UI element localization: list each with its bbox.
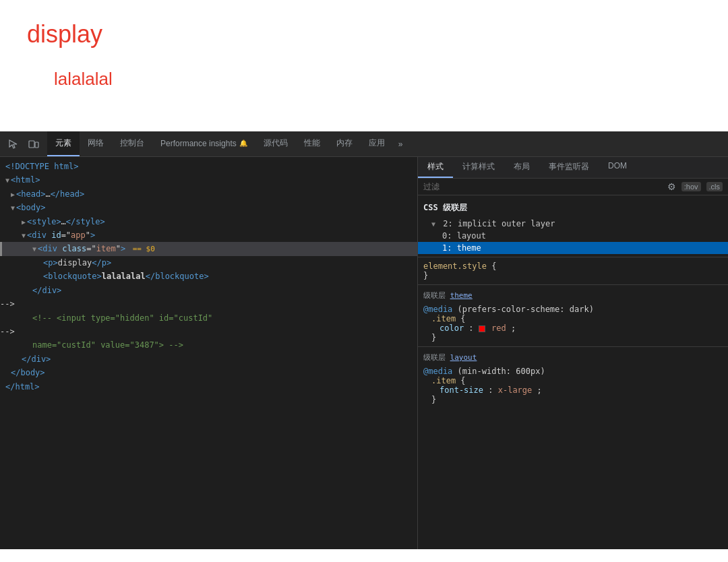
devtools-tabs: 元素 网络 控制台 Performance insights 🔔 源代码 性能 …: [47, 131, 408, 156]
css-rule-media-dark: @media (prefers-color-scheme: dark) .ite…: [418, 303, 728, 344]
styles-tab-styles[interactable]: 样式: [418, 157, 453, 178]
styles-tab-computed[interactable]: 计算样式: [453, 157, 504, 178]
bell-icon: 🔔: [239, 139, 247, 147]
styles-tabs: 样式 计算样式 布局 事件监听器 DOM: [418, 157, 728, 179]
svg-rect-1: [35, 142, 38, 148]
filter-input[interactable]: [423, 182, 663, 191]
devtools-panel: 元素 网络 控制台 Performance insights 🔔 源代码 性能 …: [0, 131, 728, 549]
dom-marker: == $0: [128, 243, 155, 256]
html-line-head[interactable]: ▶ <head>…</head>: [0, 187, 417, 201]
expand-arrow-body[interactable]: ▼: [11, 202, 15, 214]
html-line-p[interactable]: <p>display</p>: [0, 256, 417, 270]
devtools-main: <!DOCTYPE html> ▼ <html> ▶ <head>…</head…: [0, 157, 728, 549]
html-line-blockquote[interactable]: <blockquote>lalalalal</blockquote>: [0, 270, 417, 283]
html-line-html-open[interactable]: ▼ <html>: [0, 173, 417, 187]
tab-network[interactable]: 网络: [80, 131, 112, 156]
expand-arrow-div-item[interactable]: ▼: [32, 243, 36, 255]
tab-sources[interactable]: 源代码: [255, 131, 296, 156]
element-style-open: element.style {: [423, 261, 723, 271]
divider-2: [418, 284, 728, 285]
tab-performance[interactable]: 性能: [296, 131, 328, 156]
elements-panel[interactable]: <!DOCTYPE html> ▼ <html> ▶ <head>…</head…: [0, 157, 418, 549]
cascade-layer-theme-label: 级联层 theme: [418, 288, 728, 303]
html-line-div-app[interactable]: ▼ <div id="app">: [0, 228, 417, 242]
devtools-toolbar: 元素 网络 控制台 Performance insights 🔔 源代码 性能 …: [0, 131, 728, 157]
device-toggle-icon[interactable]: [26, 136, 42, 152]
tab-performance-insights[interactable]: Performance insights 🔔: [152, 131, 255, 156]
html-line-div-item-close[interactable]: </div>: [0, 284, 417, 297]
css-layer-implicit[interactable]: ▼ 2: implicit outer layer: [418, 218, 728, 230]
filter-cls-badge[interactable]: .cls: [706, 182, 723, 191]
layout-link[interactable]: layout: [450, 353, 477, 362]
html-line-body-open[interactable]: ▼ <body>: [0, 201, 417, 214]
css-layer-layout[interactable]: 0: layout: [418, 230, 728, 242]
filter-bar: ⚙ :hov .cls: [418, 179, 728, 195]
css-cascade-header: CSS 级联层: [418, 201, 728, 218]
webpage-preview: display lalalalal: [0, 0, 728, 131]
tab-console[interactable]: 控制台: [112, 131, 152, 156]
styles-tab-dom[interactable]: DOM: [599, 157, 636, 178]
css-rule-media-width: @media (min-width: 600px) .item { font-s…: [418, 365, 728, 406]
webpage-lala-heading: lalalalal: [54, 69, 701, 90]
html-line-div-app-close[interactable]: </div>: [0, 352, 417, 366]
more-tabs-button[interactable]: »: [393, 131, 408, 156]
tab-elements[interactable]: 元素: [47, 131, 80, 156]
styles-panel: 样式 计算样式 布局 事件监听器 DOM ⚙: [418, 157, 728, 549]
html-line-doctype[interactable]: <!DOCTYPE html>: [0, 160, 417, 173]
toolbar-icon-group: [5, 136, 42, 152]
color-swatch-red: [479, 325, 485, 332]
filter-hov-badge[interactable]: :hov: [681, 182, 701, 191]
cascade-layer-layout-label: 级联层 layout: [418, 350, 728, 365]
tab-application[interactable]: 应用: [361, 131, 393, 156]
divider-3: [418, 346, 728, 347]
html-line-comment1[interactable]: <!-- <input type="hidden" id="custId": [0, 311, 417, 325]
webpage-display-heading: display: [27, 20, 701, 49]
html-line-html-close[interactable]: </html>: [0, 380, 417, 394]
css-element-style: element.style { }: [418, 260, 728, 282]
filter-icons: ⚙ :hov .cls: [667, 181, 723, 192]
expand-arrow-head[interactable]: ▶: [11, 189, 15, 200]
html-line-body-close[interactable]: </body>: [0, 366, 417, 379]
expand-arrow-style[interactable]: ▶: [22, 216, 26, 228]
expand-arrow[interactable]: ▼: [5, 175, 9, 186]
styles-tab-event-listeners[interactable]: 事件监听器: [539, 157, 599, 178]
css-layer-theme[interactable]: 1: theme: [418, 242, 728, 254]
svg-rect-0: [29, 141, 34, 148]
element-style-close: }: [423, 271, 723, 280]
theme-link[interactable]: theme: [450, 291, 473, 300]
html-line-style[interactable]: ▶ <style>…</style>: [0, 215, 417, 228]
inspect-icon[interactable]: [5, 136, 22, 152]
css-content: CSS 级联层 ▼ 2: implicit outer layer 0: lay…: [418, 195, 728, 549]
tab-memory[interactable]: 内存: [328, 131, 361, 156]
expand-arrow-div-app[interactable]: ▼: [22, 230, 26, 241]
html-line-div-item[interactable]: ▼ <div class="item"> == $0: [0, 242, 417, 256]
divider-1: [418, 257, 728, 257]
filter-toggle-icon[interactable]: ⚙: [667, 181, 676, 192]
styles-tab-layout[interactable]: 布局: [504, 157, 539, 178]
cascade-arrow-icon: ▼: [431, 220, 435, 228]
html-line-comment2[interactable]: name="custId" value="3487"> -->: [0, 338, 417, 352]
